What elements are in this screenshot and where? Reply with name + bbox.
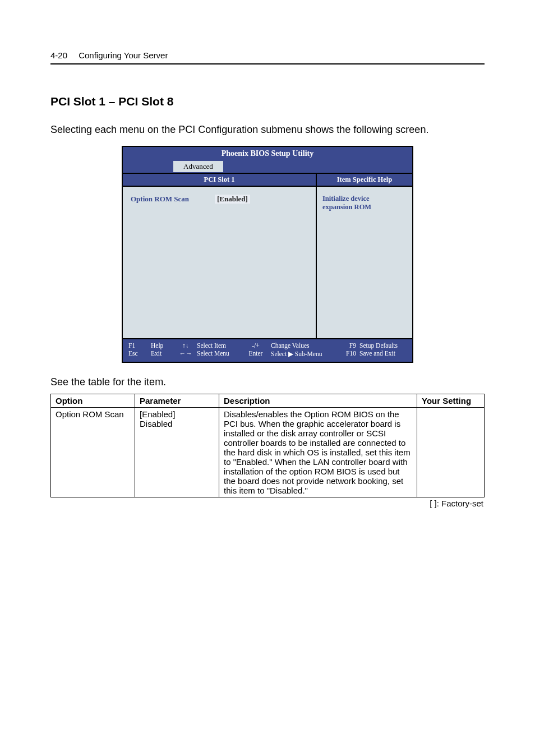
bios-label-submenu: Select ▶ Sub-Menu (271, 350, 336, 358)
bios-option-row: Option ROM Scan [Enabled] (131, 195, 308, 204)
intro-paragraph: Selecting each menu on the PCI Configura… (50, 124, 485, 136)
th-your-setting: Your Setting (417, 394, 485, 408)
bios-key-f1: F1 (128, 342, 151, 349)
bios-title: Phoenix BIOS Setup Utility (123, 147, 412, 160)
bios-screenshot: Phoenix BIOS Setup Utility Advanced PCI … (122, 146, 413, 363)
table-header-row: Option Parameter Description Your Settin… (51, 394, 485, 408)
td-option: Option ROM Scan (51, 408, 135, 497)
bios-footer: F1 Esc Help Exit ↑↓ ←→ Select Item Selec… (123, 339, 412, 362)
bios-key-f9: F9 (336, 342, 356, 349)
bios-label-help: Help (151, 342, 177, 349)
table-row: Option ROM Scan [Enabled] Disabled Disab… (51, 408, 485, 497)
page-number: 4-20 (50, 50, 76, 60)
bios-label-setup-defaults: Setup Defaults (359, 342, 407, 349)
spec-table: Option Parameter Description Your Settin… (50, 394, 485, 497)
bios-left-panel-title: PCI Slot 1 (123, 174, 316, 187)
bios-option-value: [Enabled] (215, 195, 250, 204)
bios-key-plusminus: -/+ (243, 342, 269, 349)
bios-help-line-2: expansion ROM (322, 203, 407, 211)
th-description: Description (219, 394, 417, 408)
td-your-setting (417, 408, 485, 497)
th-parameter: Parameter (135, 394, 219, 408)
bios-label-change-values: Change Values (271, 342, 336, 349)
bios-right-panel-title: Item Specific Help (317, 174, 412, 187)
bios-key-leftright: ←→ (177, 350, 195, 357)
section-heading: PCI Slot 1 – PCI Slot 8 (50, 95, 485, 108)
th-option: Option (51, 394, 135, 408)
param-enabled: [Enabled] (140, 409, 214, 419)
bios-label-save-exit: Save and Exit (359, 350, 407, 357)
bios-option-label: Option ROM Scan (131, 195, 215, 204)
legend-factory-set: [ ]: Factory-set (50, 499, 485, 508)
bios-key-enter: Enter (243, 350, 269, 357)
td-parameter: [Enabled] Disabled (135, 408, 219, 497)
bios-key-esc: Esc (128, 350, 151, 357)
bios-label-select-item: Select Item (197, 342, 243, 349)
see-text: See the table for the item. (50, 376, 485, 388)
bios-tab-advanced: Advanced (173, 161, 223, 172)
td-description: Disables/enables the Option ROM BIOS on … (219, 408, 417, 497)
bios-help-content: Initialize device expansion ROM (317, 187, 412, 338)
bios-key-updown: ↑↓ (177, 342, 195, 349)
param-disabled: Disabled (140, 419, 214, 428)
bios-label-exit: Exit (151, 350, 177, 357)
running-header-title: Configuring Your Server (79, 50, 168, 60)
bios-help-line-1: Initialize device (322, 195, 407, 203)
bios-label-select-menu: Select Menu (197, 350, 243, 357)
bios-key-f10: F10 (336, 350, 356, 357)
header-rule (50, 63, 485, 64)
